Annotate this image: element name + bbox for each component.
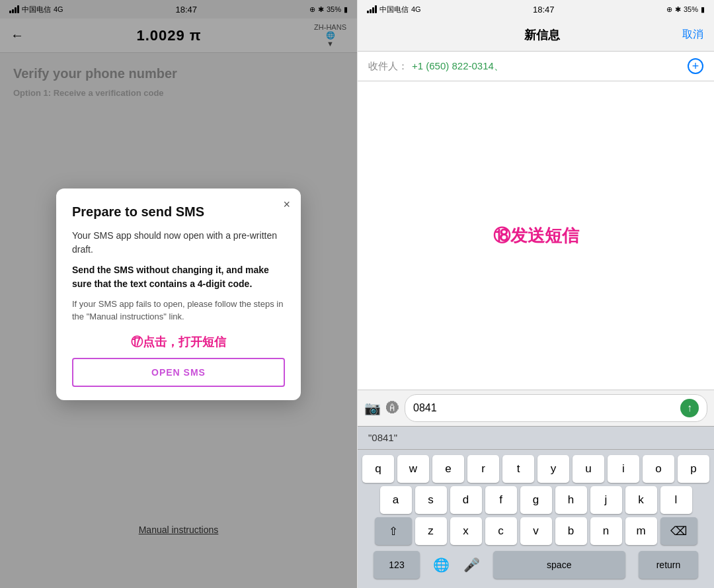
add-recipient-button[interactable]: + — [688, 58, 703, 74]
keyboard: q w e r t y u i o p a s d f g h j k l ⇧ … — [358, 450, 714, 588]
key-x[interactable]: x — [450, 517, 482, 545]
right-status-bar: 中国电信 4G 18:47 ⊕ ✱ 35% ▮ — [358, 0, 714, 19]
app-store-icon[interactable]: 🅐 — [386, 401, 399, 416]
right-network-label: 4G — [411, 5, 421, 13]
send-sms-annotation: ⑱发送短信 — [493, 224, 579, 247]
keyboard-bottom-bar: 123 🌐 🎤 space return — [360, 548, 711, 585]
cancel-button[interactable]: 取消 — [682, 28, 703, 42]
input-row: 📷 🅐 0841 ↑ — [358, 390, 714, 426]
right-nav: 新信息 取消 — [358, 19, 714, 52]
key-u[interactable]: u — [573, 455, 604, 483]
message-area: ⑱发送短信 — [358, 81, 714, 390]
return-key[interactable]: return — [639, 551, 698, 579]
right-status-bar-left: 中国电信 4G — [367, 5, 421, 15]
key-a[interactable]: a — [380, 486, 412, 514]
left-phone: 中国电信 4G 18:47 ⊕ ✱ 35% ▮ ← 1.0029 π ZH-HA… — [0, 0, 357, 588]
right-carrier-label: 中国电信 — [379, 5, 409, 15]
right-gps-icon: ⊕ — [666, 5, 672, 14]
key-v[interactable]: v — [520, 517, 552, 545]
keyboard-row-1: q w e r t y u i o p — [360, 455, 711, 483]
modal-bold-text: Send the SMS without changing it, and ma… — [72, 263, 285, 291]
autocomplete-suggestion[interactable]: "0841" — [368, 432, 397, 443]
delete-key[interactable]: ⌫ — [660, 517, 697, 545]
key-n[interactable]: n — [590, 517, 622, 545]
space-key[interactable]: space — [493, 551, 625, 579]
open-sms-button[interactable]: OPEN SMS — [72, 358, 285, 387]
key-f[interactable]: f — [485, 486, 517, 514]
right-battery-label: 35% — [684, 5, 698, 13]
mic-key[interactable]: 🎤 — [463, 557, 480, 573]
globe-key[interactable]: 🌐 — [433, 557, 450, 573]
right-bluetooth-icon: ✱ — [675, 5, 681, 14]
sms-send-button[interactable]: ↑ — [680, 399, 699, 417]
modal-title: Prepare to send SMS — [72, 204, 285, 220]
to-label: 收件人： — [368, 60, 408, 73]
key-m[interactable]: m — [625, 517, 657, 545]
key-w[interactable]: w — [397, 455, 429, 483]
key-d[interactable]: d — [450, 486, 482, 514]
key-s[interactable]: s — [415, 486, 447, 514]
key-z[interactable]: z — [415, 517, 447, 545]
key-g[interactable]: g — [520, 486, 552, 514]
sms-input-field[interactable]: 0841 ↑ — [405, 394, 707, 422]
new-message-title: 新信息 — [524, 27, 560, 43]
autocomplete-bar[interactable]: "0841" — [358, 426, 714, 450]
modal-close-button[interactable]: × — [283, 198, 290, 212]
right-phone: 中国电信 4G 18:47 ⊕ ✱ 35% ▮ 新信息 取消 收件人： +1 (… — [357, 0, 714, 588]
camera-icon[interactable]: 📷 — [364, 400, 381, 416]
key-e[interactable]: e — [432, 455, 464, 483]
keyboard-row-3: ⇧ z x c v b n m ⌫ — [360, 517, 711, 545]
send-arrow-icon: ↑ — [687, 402, 692, 414]
right-status-bar-right: ⊕ ✱ 35% ▮ — [666, 5, 705, 14]
key-r[interactable]: r — [467, 455, 499, 483]
key-y[interactable]: y — [537, 455, 569, 483]
shift-key[interactable]: ⇧ — [375, 517, 412, 545]
modal-overlay: × Prepare to send SMS Your SMS app shoul… — [0, 0, 357, 588]
right-battery-icon: ▮ — [701, 5, 705, 14]
key-l[interactable]: l — [660, 486, 692, 514]
key-b[interactable]: b — [555, 517, 587, 545]
key-h[interactable]: h — [555, 486, 587, 514]
key-p[interactable]: p — [678, 455, 709, 483]
right-signal-icon — [367, 5, 377, 13]
prepare-sms-modal: × Prepare to send SMS Your SMS app shoul… — [56, 189, 301, 400]
key-c[interactable]: c — [485, 517, 517, 545]
key-i[interactable]: i — [608, 455, 639, 483]
key-t[interactable]: t — [502, 455, 534, 483]
key-j[interactable]: j — [590, 486, 622, 514]
right-time: 18:47 — [533, 5, 555, 15]
to-field: 收件人： +1 (650) 822-0314、 + — [358, 52, 714, 81]
key-o[interactable]: o — [643, 455, 674, 483]
keyboard-row-2: a s d f g h j k l — [360, 486, 711, 514]
sms-input-text: 0841 — [413, 402, 437, 414]
modal-body-text: Your SMS app should now open with a pre-… — [72, 229, 285, 257]
key-k[interactable]: k — [625, 486, 657, 514]
recipient-number: +1 (650) 822-0314、 — [412, 60, 688, 73]
modal-note-text: If your SMS app fails to open, please fo… — [72, 298, 285, 323]
number-key[interactable]: 123 — [374, 551, 420, 579]
key-q[interactable]: q — [362, 455, 394, 483]
modal-annotation: ⑰点击，打开短信 — [72, 334, 285, 350]
